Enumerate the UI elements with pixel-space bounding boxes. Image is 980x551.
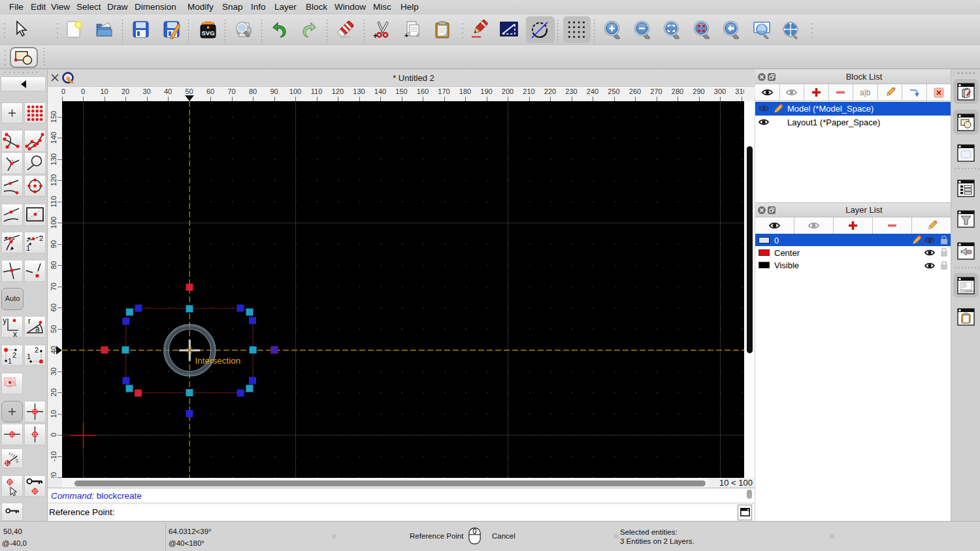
svg-text:2: 2 [12,351,16,359]
svg-text:+: + [373,31,378,39]
svg-text:SVG: SVG [201,29,214,37]
svg-text:1: 1 [8,357,12,365]
svg-text:1: 1 [27,353,31,360]
svg-text:+: + [404,31,408,39]
svg-text:C command: C command [962,290,974,292]
svg-text:y: y [3,316,7,325]
svg-text:Intersection: Intersection [195,356,241,366]
svg-text:r: r [28,317,31,326]
svg-text:2: 2 [39,234,43,242]
svg-text:a: a [35,324,40,334]
svg-text:x: x [13,330,17,338]
svg-text:2: 2 [35,346,39,354]
svg-text:1: 1 [26,244,30,252]
